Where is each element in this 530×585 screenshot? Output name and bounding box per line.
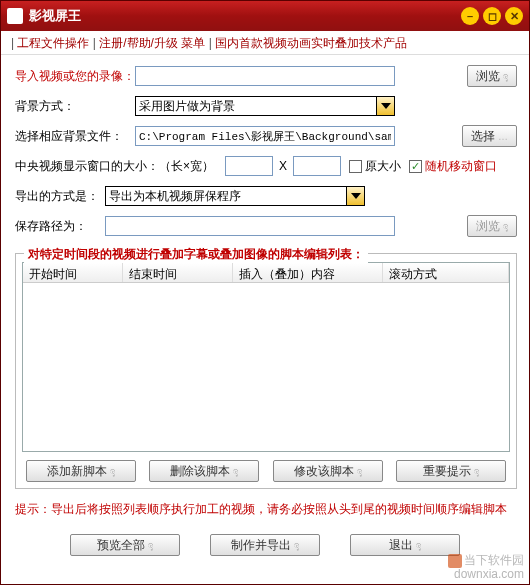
bg-file-label: 选择相应背景文件： bbox=[15, 128, 135, 145]
export-mode-select[interactable]: 导出为本机视频屏保程序 bbox=[105, 186, 365, 206]
browse-button-save[interactable]: 浏览ೄ bbox=[467, 215, 517, 237]
export-hint: 提示：导出后将按照列表顺序执行加工的视频，请务必按照从头到尾的视频时间顺序编辑脚… bbox=[15, 501, 515, 518]
close-button[interactable]: ✕ bbox=[505, 7, 523, 25]
make-export-button[interactable]: 制作并导出ೄ bbox=[210, 534, 320, 556]
col-scroll-mode[interactable]: 滚动方式 bbox=[383, 263, 509, 282]
original-size-checkbox[interactable] bbox=[349, 160, 362, 173]
app-icon bbox=[7, 8, 23, 24]
bottom-button-row: 预览全部ೄ 制作并导出ೄ 退出ೄ bbox=[1, 534, 529, 556]
app-window: 影视屏王 – ◻ ✕ | 工程文件操作 | 注册/帮助/升级 菜单 | 国内首款… bbox=[0, 0, 530, 585]
random-move-checkbox[interactable] bbox=[409, 160, 422, 173]
import-video-label: 导入视频或您的录像： bbox=[15, 68, 135, 85]
listview-header: 开始时间 结束时间 插入（叠加）内容 滚动方式 bbox=[23, 263, 509, 283]
script-listview[interactable]: 开始时间 结束时间 插入（叠加）内容 滚动方式 bbox=[22, 262, 510, 452]
menu-register-help[interactable]: 注册/帮助/升级 菜单 bbox=[99, 36, 205, 50]
video-height-input[interactable] bbox=[293, 156, 341, 176]
delete-script-button[interactable]: 删除该脚本ೄ bbox=[149, 460, 259, 482]
minimize-button[interactable]: – bbox=[461, 7, 479, 25]
menubar: | 工程文件操作 | 注册/帮助/升级 菜单 | 国内首款视频动画实时叠加技术产… bbox=[1, 31, 529, 55]
window-title: 影视屏王 bbox=[29, 7, 457, 25]
import-video-input[interactable] bbox=[135, 66, 395, 86]
export-mode-label: 导出的方式是： bbox=[15, 188, 105, 205]
size-x-label: X bbox=[279, 159, 287, 173]
edit-script-button[interactable]: 修改该脚本ೄ bbox=[273, 460, 383, 482]
col-end-time[interactable]: 结束时间 bbox=[123, 263, 233, 282]
menu-project[interactable]: 工程文件操作 bbox=[17, 36, 89, 50]
browse-button-import[interactable]: 浏览ೄ bbox=[467, 65, 517, 87]
chevron-down-icon bbox=[346, 187, 364, 205]
groupbox-legend: 对特定时间段的视频进行叠加字幕或叠加图像的脚本编辑列表： bbox=[24, 246, 368, 263]
maximize-button[interactable]: ◻ bbox=[483, 7, 501, 25]
titlebar: 影视屏王 – ◻ ✕ bbox=[1, 1, 529, 31]
select-button[interactable]: 选择… bbox=[462, 125, 517, 147]
save-path-label: 保存路径为： bbox=[15, 218, 105, 235]
original-size-label: 原大小 bbox=[365, 158, 401, 175]
chevron-down-icon bbox=[376, 97, 394, 115]
preview-all-button[interactable]: 预览全部ೄ bbox=[70, 534, 180, 556]
random-move-label: 随机移动窗口 bbox=[425, 158, 497, 175]
video-size-label: 中央视频显示窗口的大小：（长×宽） bbox=[15, 158, 225, 175]
menu-product-banner: 国内首款视频动画实时叠加技术产品 bbox=[215, 36, 407, 50]
bg-file-input[interactable] bbox=[135, 126, 395, 146]
script-button-row: 添加新脚本ೄ 删除该脚本ೄ 修改该脚本ೄ 重要提示ೄ bbox=[22, 460, 510, 482]
save-path-input[interactable] bbox=[105, 216, 395, 236]
video-width-input[interactable] bbox=[225, 156, 273, 176]
script-groupbox: 对特定时间段的视频进行叠加字幕或叠加图像的脚本编辑列表： 开始时间 结束时间 插… bbox=[15, 253, 517, 489]
add-script-button[interactable]: 添加新脚本ೄ bbox=[26, 460, 136, 482]
form-area: 导入视频或您的录像： 浏览ೄ 背景方式： 采用图片做为背景 选择相应背景文件： … bbox=[1, 55, 529, 249]
bg-mode-select[interactable]: 采用图片做为背景 bbox=[135, 96, 395, 116]
exit-button[interactable]: 退出ೄ bbox=[350, 534, 460, 556]
bg-mode-label: 背景方式： bbox=[15, 98, 135, 115]
col-start-time[interactable]: 开始时间 bbox=[23, 263, 123, 282]
col-insert-content[interactable]: 插入（叠加）内容 bbox=[233, 263, 383, 282]
important-tip-button[interactable]: 重要提示ೄ bbox=[396, 460, 506, 482]
